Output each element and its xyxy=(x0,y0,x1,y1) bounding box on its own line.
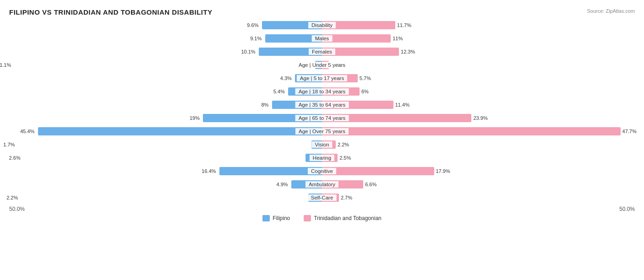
rows-wrapper: 9.6%11.7%Disability9.1%11%Males10.1%12.3… xyxy=(9,19,635,204)
bar-row: 19%23.9%Age | 65 to 74 years xyxy=(9,112,635,124)
bar-row: 5.4%6%Age | 18 to 34 years xyxy=(9,85,635,98)
bar-row: 16.4%17.9%Cognitive xyxy=(9,165,635,178)
blue-value: 9.1% xyxy=(250,36,263,41)
pink-value: 47.7% xyxy=(622,129,637,134)
blue-value: 9.6% xyxy=(247,22,260,28)
blue-value: 16.4% xyxy=(202,168,218,174)
axis-left: 50.0% xyxy=(9,206,25,212)
pink-value: 2.7% xyxy=(341,195,352,200)
pink-value: 11% xyxy=(393,36,403,41)
pink-value: 17.9% xyxy=(436,168,450,174)
bar-row: 2.2%2.7%Self-Care xyxy=(9,191,635,204)
bar-row: 9.1%11%Males xyxy=(9,32,635,45)
chart-container: FILIPINO VS TRINIDADIAN AND TOBAGONIAN D… xyxy=(0,0,644,280)
blue-value: 2.2% xyxy=(6,195,18,200)
bar-row: 9.6%11.7%Disability xyxy=(9,19,635,32)
legend-item-right: Trinidadian and Tobagonian xyxy=(304,215,381,221)
pink-value: 6% xyxy=(361,89,369,94)
pink-value: 5.7% xyxy=(360,75,371,81)
bar-row: 8%11.4%Age | 35 to 64 years xyxy=(9,98,635,111)
blue-value: 45.4% xyxy=(20,129,36,134)
bar-row: 45.4%47.7%Age | Over 75 years xyxy=(9,125,635,138)
bar-row: 4.9%6.6%Ambulatory xyxy=(9,178,635,191)
bar-row: 1.1%1.1%Age | Under 5 years xyxy=(9,59,635,71)
pink-value: 1.1% xyxy=(331,62,342,68)
pink-value: 2.5% xyxy=(339,155,351,161)
legend-label-right: Trinidadian and Tobagonian xyxy=(314,215,381,221)
blue-value: 5.4% xyxy=(273,89,287,94)
pink-value: 6.6% xyxy=(365,182,377,187)
blue-value: 4.3% xyxy=(280,75,294,81)
bar-row: 10.1%12.3%Females xyxy=(9,45,635,58)
blue-value: 10.1% xyxy=(241,49,257,54)
blue-value: 1.1% xyxy=(0,62,11,68)
legend-label-left: Filipino xyxy=(273,215,290,221)
pink-value: 11.4% xyxy=(395,102,409,108)
legend-swatch-right xyxy=(304,215,311,221)
blue-value: 2.6% xyxy=(9,155,21,161)
blue-value: 8% xyxy=(261,102,270,108)
legend-item-left: Filipino xyxy=(262,215,290,221)
bar-row: 4.3%5.7%Age | 5 to 17 years xyxy=(9,72,635,85)
pink-value: 11.7% xyxy=(397,22,411,28)
blue-value: 19% xyxy=(190,115,202,121)
bar-row: 2.6%2.5%Hearing xyxy=(9,151,635,164)
chart-title: FILIPINO VS TRINIDADIAN AND TOBAGONIAN D… xyxy=(9,8,635,16)
legend-swatch-left xyxy=(262,215,270,221)
pink-value: 2.2% xyxy=(338,142,349,147)
blue-value: 4.9% xyxy=(277,182,290,187)
bar-row: 1.7%2.2%Vision xyxy=(9,138,635,151)
source-label: Source: ZipAtlas.com xyxy=(587,8,635,14)
legend: Filipino Trinidadian and Tobagonian xyxy=(9,215,635,221)
blue-value: 1.7% xyxy=(3,142,15,147)
axis-labels: 50.0% 50.0% xyxy=(9,206,635,212)
axis-right: 50.0% xyxy=(619,206,635,212)
pink-value: 23.9% xyxy=(473,115,487,121)
pink-value: 12.3% xyxy=(401,49,415,54)
